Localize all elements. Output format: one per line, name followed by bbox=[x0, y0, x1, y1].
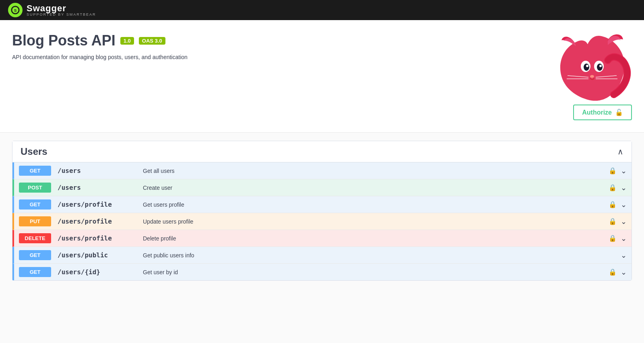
sections-container: Users ∧ GET /users Get all users 🔒 ⌄ POS… bbox=[12, 141, 632, 281]
api-endpoint-row[interactable]: GET /users/{id} Get user by id 🔒 ⌄ bbox=[12, 264, 632, 280]
svg-point-5 bbox=[597, 64, 603, 71]
chevron-down-icon: ⌄ bbox=[621, 268, 627, 277]
lock-icon: 🔓 bbox=[615, 109, 623, 116]
section-header-users[interactable]: Users ∧ bbox=[12, 141, 632, 162]
api-endpoint-row[interactable]: POST /users Create user 🔒 ⌄ bbox=[12, 179, 632, 196]
swagger-main-label: Swagger bbox=[27, 4, 96, 13]
svg-point-4 bbox=[584, 64, 589, 71]
endpoints-users: GET /users Get all users 🔒 ⌄ POST /users… bbox=[12, 162, 632, 280]
api-row-actions: ⌄ bbox=[621, 251, 627, 260]
api-summary: Delete profile bbox=[143, 235, 609, 242]
swagger-logo: S Swagger SUPPORTED BY SMARTBEAR bbox=[8, 3, 96, 17]
chevron-down-icon: ⌄ bbox=[621, 251, 627, 260]
chevron-up-icon: ∧ bbox=[617, 147, 623, 156]
nestjs-logo bbox=[551, 28, 632, 110]
api-path: /users/profile bbox=[58, 218, 138, 225]
chevron-down-icon: ⌄ bbox=[621, 183, 627, 192]
api-endpoint-row[interactable]: GET /users/profile Get users profile 🔒 ⌄ bbox=[12, 196, 632, 213]
main-content: Users ∧ GET /users Get all users 🔒 ⌄ POS… bbox=[0, 133, 644, 297]
chevron-down-icon: ⌄ bbox=[621, 217, 627, 226]
section-title: Users bbox=[21, 146, 47, 157]
api-summary: Get all users bbox=[143, 168, 609, 174]
api-row-actions: 🔒 ⌄ bbox=[609, 183, 627, 192]
api-path: /users bbox=[58, 184, 138, 191]
chevron-down-icon: ⌄ bbox=[621, 234, 627, 243]
api-row-actions: 🔒 ⌄ bbox=[609, 268, 627, 277]
navbar: S Swagger SUPPORTED BY SMARTBEAR bbox=[0, 0, 644, 20]
oas-badge: OAS 3.0 bbox=[139, 37, 165, 45]
method-badge: GET bbox=[19, 199, 51, 209]
api-summary: Update users profile bbox=[143, 218, 609, 225]
api-summary: Get public users info bbox=[143, 252, 621, 259]
svg-point-8 bbox=[590, 75, 594, 78]
api-path: /users/public bbox=[58, 251, 138, 259]
lock-icon: 🔒 bbox=[609, 268, 617, 276]
api-header: Blog Posts API 1.0 OAS 3.0 API documenta… bbox=[0, 20, 644, 133]
authorize-label: Authorize bbox=[582, 109, 612, 116]
authorize-button[interactable]: Authorize 🔓 bbox=[573, 105, 632, 120]
lock-icon: 🔒 bbox=[609, 218, 617, 225]
api-row-actions: 🔒 ⌄ bbox=[609, 166, 627, 175]
svg-point-7 bbox=[599, 65, 602, 67]
svg-text:S: S bbox=[14, 8, 17, 12]
api-path: /users bbox=[58, 167, 138, 175]
api-description: API documentation for managing blog post… bbox=[12, 54, 632, 60]
api-endpoint-row[interactable]: GET /users/public Get public users info … bbox=[12, 247, 632, 264]
lock-icon: 🔒 bbox=[609, 201, 617, 208]
method-badge: GET bbox=[19, 250, 51, 260]
api-row-actions: 🔒 ⌄ bbox=[609, 217, 627, 226]
api-path: /users/profile bbox=[58, 234, 138, 242]
api-row-actions: 🔒 ⌄ bbox=[609, 200, 627, 209]
api-summary: Get user by id bbox=[143, 269, 609, 275]
section-users: Users ∧ GET /users Get all users 🔒 ⌄ POS… bbox=[12, 141, 632, 281]
api-endpoint-row[interactable]: GET /users Get all users 🔒 ⌄ bbox=[12, 162, 632, 179]
api-endpoint-row[interactable]: DELETE /users/profile Delete profile 🔒 ⌄ bbox=[12, 230, 632, 247]
lock-icon: 🔒 bbox=[609, 184, 617, 191]
api-path: /users/{id} bbox=[58, 268, 138, 276]
api-row-actions: 🔒 ⌄ bbox=[609, 234, 627, 243]
swagger-sub-label: SUPPORTED BY SMARTBEAR bbox=[27, 13, 96, 16]
swagger-brand-text: Swagger SUPPORTED BY SMARTBEAR bbox=[27, 4, 96, 16]
chevron-down-icon: ⌄ bbox=[621, 200, 627, 209]
api-summary: Create user bbox=[143, 185, 609, 191]
swagger-logo-icon: S bbox=[8, 3, 23, 17]
method-badge: PUT bbox=[19, 216, 51, 226]
api-summary: Get users profile bbox=[143, 201, 609, 208]
method-badge: DELETE bbox=[19, 233, 51, 243]
api-title: Blog Posts API bbox=[12, 32, 116, 49]
method-badge: POST bbox=[19, 183, 51, 193]
method-badge: GET bbox=[19, 267, 51, 277]
version-badge: 1.0 bbox=[120, 37, 134, 45]
api-path: /users/profile bbox=[58, 201, 138, 208]
method-badge: GET bbox=[19, 166, 51, 176]
chevron-down-icon: ⌄ bbox=[621, 166, 627, 175]
lock-icon: 🔒 bbox=[609, 167, 617, 175]
svg-point-6 bbox=[586, 65, 588, 67]
lock-icon: 🔒 bbox=[609, 234, 617, 242]
title-row: Blog Posts API 1.0 OAS 3.0 bbox=[12, 32, 632, 49]
api-endpoint-row[interactable]: PUT /users/profile Update users profile … bbox=[12, 213, 632, 230]
